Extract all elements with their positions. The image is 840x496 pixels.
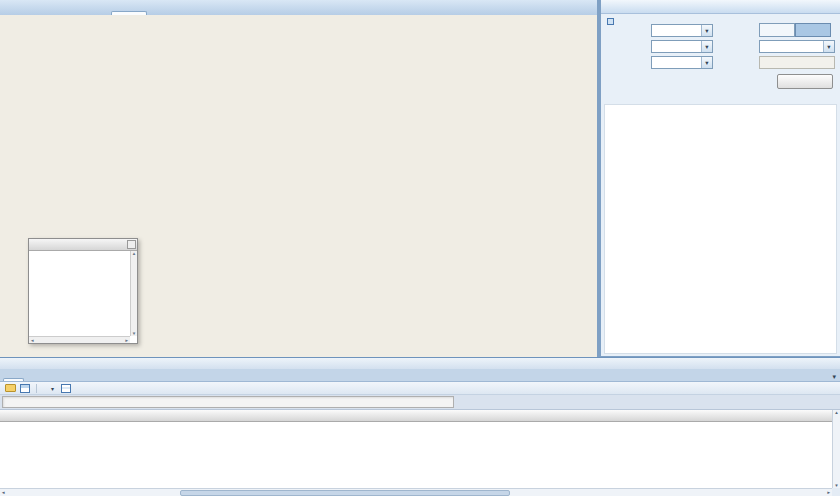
grid-view-icon[interactable] bbox=[20, 384, 30, 393]
chevron-down-icon[interactable]: ▾ bbox=[823, 41, 834, 52]
date-select[interactable]: ▾ bbox=[651, 24, 713, 37]
workbench-toolbar: ▾ bbox=[0, 382, 840, 395]
chevron-down-icon[interactable]: ▾ bbox=[51, 385, 54, 392]
legend-horizontal-scrollbar[interactable]: ◄► bbox=[29, 336, 130, 343]
section-icon bbox=[607, 18, 614, 25]
server-cell-coverage-panel: ▾ ▾ ▾ ▾ bbox=[601, 0, 840, 357]
time-select[interactable]: ▾ bbox=[651, 40, 713, 53]
legend-body bbox=[29, 251, 137, 343]
tab-call-summary[interactable] bbox=[3, 378, 24, 381]
workbench-titlebar[interactable] bbox=[0, 358, 840, 369]
chevron-down-icon[interactable]: ▾ bbox=[701, 41, 712, 52]
document-tabbar bbox=[0, 0, 597, 15]
export-window-icon[interactable] bbox=[61, 384, 71, 393]
table-horizontal-scrollbar[interactable]: ◄ ► bbox=[0, 488, 832, 496]
panel-titlebar[interactable] bbox=[601, 0, 840, 14]
scroll-left-icon[interactable]: ◄ bbox=[1, 490, 5, 495]
close-icon[interactable] bbox=[127, 240, 136, 249]
table-body bbox=[0, 422, 832, 489]
workbench-panel: ▾ ▾ ◄ ► ▲ ▼ bbox=[0, 357, 840, 496]
rat-type-select[interactable]: ▾ bbox=[651, 56, 713, 69]
level-domain-button[interactable] bbox=[759, 23, 795, 37]
scroll-down-icon[interactable]: ▼ bbox=[132, 331, 136, 336]
workbench-tabbar: ▾ bbox=[0, 369, 840, 382]
scrollbar-thumb[interactable] bbox=[180, 490, 510, 496]
chevron-down-icon[interactable]: ▾ bbox=[701, 25, 712, 36]
map-pane: ▲▼ ◄► bbox=[0, 0, 597, 357]
table-header-row bbox=[0, 410, 832, 422]
legend-titlebar[interactable] bbox=[29, 239, 137, 251]
chevron-down-icon[interactable]: ▾ bbox=[701, 57, 712, 68]
chevron-down-icon[interactable]: ▾ bbox=[832, 373, 836, 381]
domain-select[interactable]: ▾ bbox=[759, 40, 835, 53]
scroll-up-icon[interactable]: ▲ bbox=[834, 410, 838, 415]
cell-name-field[interactable] bbox=[759, 56, 835, 69]
cell-distance-chart[interactable] bbox=[604, 104, 837, 354]
map-canvas[interactable]: ▲▼ ◄► bbox=[0, 15, 597, 357]
export-folder-icon[interactable] bbox=[5, 384, 16, 392]
level-toggle bbox=[759, 23, 831, 37]
legend-panel: ▲▼ ◄► bbox=[28, 238, 138, 344]
scroll-left-icon[interactable]: ◄ bbox=[30, 338, 34, 343]
update-button[interactable] bbox=[777, 74, 833, 89]
toolbar-separator bbox=[36, 384, 37, 393]
legend-vertical-scrollbar[interactable]: ▲▼ bbox=[130, 251, 137, 336]
table-vertical-scrollbar[interactable]: ▲ ▼ bbox=[832, 410, 840, 488]
group-by-hint bbox=[2, 396, 454, 408]
group-by-bar[interactable] bbox=[0, 395, 840, 410]
scroll-right-icon[interactable]: ► bbox=[125, 338, 129, 343]
level-cell-button[interactable] bbox=[795, 23, 831, 37]
scroll-down-icon[interactable]: ▼ bbox=[834, 483, 838, 488]
scroll-right-icon[interactable]: ► bbox=[827, 490, 831, 495]
scroll-up-icon[interactable]: ▲ bbox=[132, 251, 136, 256]
